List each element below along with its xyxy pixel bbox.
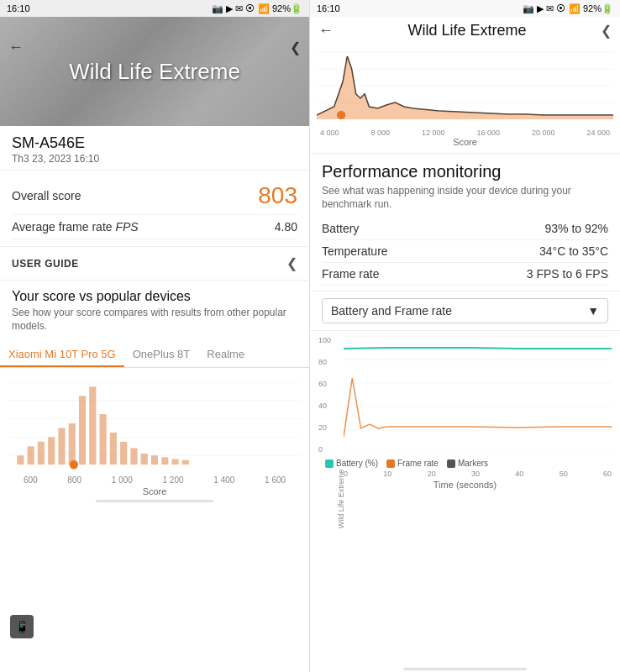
x-time-20: 20: [428, 470, 436, 478]
svg-point-22: [70, 460, 78, 470]
battery-legend-dot: [325, 459, 334, 468]
dist-x-24000: 24 000: [586, 129, 610, 137]
dropdown-value: Battery and Frame rate: [331, 304, 452, 318]
svg-rect-7: [38, 442, 45, 465]
left-bar-chart: [8, 373, 301, 474]
right-icons: 📷 ▶ ✉ ⦿: [523, 3, 565, 14]
svg-rect-17: [141, 454, 148, 465]
popular-title: Your score vs popular devices: [12, 289, 297, 304]
right-time: 16:10: [317, 3, 340, 13]
y-axis-labels: 100 80 60 40 20 0: [318, 336, 331, 454]
legend-frame-rate: Frame rate: [386, 459, 439, 468]
back-icon[interactable]: ←: [8, 39, 24, 56]
fps-row: Average frame rate FPS 4.80: [12, 215, 297, 239]
x-label-800: 800: [67, 475, 81, 485]
hero-title: Wild Life Extreme: [69, 59, 240, 85]
dist-x-16000: 16 000: [476, 129, 500, 137]
svg-rect-14: [110, 433, 117, 465]
y-label-20: 20: [318, 423, 331, 432]
tab-xiaomi[interactable]: Xiaomi Mi 10T Pro 5G: [0, 343, 124, 367]
chart-type-dropdown[interactable]: Battery and Frame rate ▼: [322, 298, 608, 323]
user-guide-label: USER GUIDE: [12, 258, 79, 270]
device-name: SM-A546E: [12, 134, 297, 152]
device-bottom-icon: 📱: [10, 615, 34, 638]
perf-monitoring: Performance monitoring See what was happ…: [310, 154, 620, 291]
svg-rect-16: [130, 449, 137, 465]
monitoring-chart-area: 100 80 60 40 20 0 Wild Life Extreme: [310, 331, 620, 666]
x-label-1600: 1 600: [265, 475, 286, 485]
overall-score-label: Overall score: [12, 189, 81, 202]
x-label-1000: 1 000: [112, 475, 133, 485]
svg-rect-20: [171, 459, 178, 465]
left-x-title: Score: [8, 486, 301, 496]
chart-x-labels: 600 800 1 000 1 200 1 400 1 600: [8, 474, 301, 486]
user-guide-row[interactable]: USER GUIDE ❮: [0, 247, 309, 281]
svg-rect-12: [89, 387, 96, 465]
svg-point-28: [337, 111, 345, 119]
y-label-60: 60: [318, 380, 331, 388]
legend-frame-rate-label: Frame rate: [397, 459, 439, 468]
right-scrollbar[interactable]: [403, 668, 528, 670]
frame-rate-row: Frame rate 3 FPS to 6 FPS: [322, 263, 608, 286]
x-label-1200: 1 200: [163, 475, 184, 485]
y-label-40: 40: [318, 402, 331, 410]
chevron-down-icon: ▼: [587, 304, 599, 318]
right-nav-title: Wild Life Extreme: [407, 22, 526, 39]
temperature-row: Temperature 34°C to 35°C: [322, 240, 608, 263]
svg-rect-15: [120, 442, 127, 465]
x-label-600: 600: [24, 475, 38, 485]
left-scrollbar[interactable]: [96, 500, 213, 502]
left-icons: 📷 ▶ ✉ ⦿: [212, 3, 255, 14]
share-icon[interactable]: ❮: [290, 39, 301, 55]
right-signal: 📶 92%🔋: [569, 3, 613, 14]
y-label-80: 80: [318, 358, 331, 366]
left-nav-bar: ← ❮: [0, 34, 309, 61]
perf-title: Performance monitoring: [322, 162, 608, 181]
device-date: Th3 23, 2023 16:10: [12, 153, 297, 165]
left-panel: 16:10 📷 ▶ ✉ ⦿ 📶 92%🔋 ← ❮ Wild Life Extre…: [0, 0, 310, 672]
right-back-icon[interactable]: ←: [318, 22, 334, 39]
dropdown-row: Battery and Frame rate ▼: [310, 291, 620, 331]
tab-oneplus[interactable]: OnePlus 8T: [124, 343, 199, 367]
score-dist-chart: 4 000 8 000 12 000 16 000 20 000 24 000 …: [310, 45, 620, 154]
left-signal: 📶 92%🔋: [258, 3, 302, 14]
right-panel: 16:10 📷 ▶ ✉ ⦿ 📶 92%🔋 ← Wild Life Extreme…: [310, 0, 620, 672]
svg-rect-13: [99, 414, 106, 465]
frame-rate-value: 3 FPS to 6 FPS: [527, 267, 608, 281]
x-time-40: 40: [515, 470, 523, 478]
scores-section: Overall score 803 Average frame rate FPS…: [0, 171, 309, 247]
svg-rect-19: [161, 458, 168, 465]
markers-legend-dot: [447, 459, 455, 468]
device-info: SM-A546E Th3 23, 2023 16:10: [0, 126, 309, 171]
x-time-30: 30: [471, 470, 480, 478]
x-time-title: Time (seconds): [318, 480, 612, 490]
svg-marker-27: [317, 56, 613, 119]
tabs-row: Xiaomi Mi 10T Pro 5G OnePlus 8T Realme: [0, 343, 309, 368]
legend-markers: Markers: [447, 459, 488, 468]
overall-score-value: 803: [258, 182, 297, 209]
left-time: 16:10: [7, 3, 30, 13]
dist-x-labels: 4 000 8 000 12 000 16 000 20 000 24 000: [317, 127, 613, 137]
perf-subtitle: See what was happening inside your devic…: [322, 185, 608, 211]
svg-rect-11: [79, 396, 86, 465]
popular-subtitle: See how your score compares with results…: [12, 307, 297, 333]
dist-x-12000: 12 000: [422, 129, 445, 137]
svg-rect-6: [28, 446, 34, 465]
svg-rect-5: [17, 455, 24, 465]
frame-rate-legend-dot: [386, 459, 395, 468]
left-chart-svg: [8, 373, 301, 474]
tab-realme[interactable]: Realme: [198, 343, 253, 367]
overall-score-row: Overall score 803: [12, 177, 297, 215]
right-share-icon[interactable]: ❮: [601, 23, 612, 39]
svg-rect-8: [48, 438, 55, 465]
svg-rect-10: [69, 423, 76, 465]
x-time-10: 10: [383, 470, 391, 478]
y-axis-title: Wild Life Extreme: [337, 469, 345, 528]
fps-label: Average frame rate FPS: [12, 220, 139, 234]
dist-chart-svg: [317, 48, 613, 123]
user-guide-share-icon[interactable]: ❮: [286, 255, 297, 271]
dist-x-20000: 20 000: [532, 129, 555, 137]
legend-markers-label: Markers: [458, 459, 488, 468]
y-label-0: 0: [318, 445, 331, 454]
right-nav-bar: ← Wild Life Extreme ❮: [310, 17, 620, 45]
